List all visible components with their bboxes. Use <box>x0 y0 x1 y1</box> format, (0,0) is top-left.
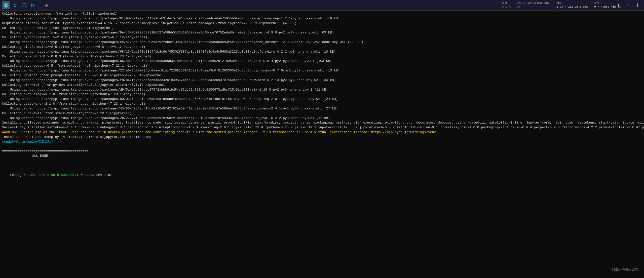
term-line-sep2: ========================================… <box>2 158 642 163</box>
term-line: Using cached https://pypi.tuna.tsinghua.… <box>2 97 642 102</box>
prompt-hash: # <box>81 173 85 177</box>
cpu-stat-block: CPU 0.87% <box>499 1 514 9</box>
download-icon[interactable]: ⬇ <box>623 1 632 10</box>
gpu-label: GPU-1: 50% Nvidia A100 <box>517 2 550 5</box>
terminal[interactable]: Collecting exceptiongroup (from ipython>… <box>0 11 644 278</box>
term-line-conda-success: conda环境: lmdeploy安装成功！ <box>2 140 642 144</box>
term-line: Using cached https://pypi.tuna.tsinghua.… <box>2 88 642 92</box>
topbar-left: 🐍 ↻ ⊘ <box>2 1 51 9</box>
memory-value: 2.20 / 112 GB 1.96% <box>556 5 588 9</box>
term-line: Collecting parso<0.9.0,>=0.8.3 (from jed… <box>2 54 642 59</box>
term-line: Using cached https://pypi.tuna.tsinghua.… <box>2 106 642 111</box>
memory-stat-block: 内存 2.20 / 112 GB 1.96% <box>553 1 591 9</box>
term-line: Collecting six>=1.5 (from python-dateuti… <box>2 83 642 88</box>
csdn-watermark: CSDN @懂你如何 <box>611 267 638 272</box>
term-line: Installing collected packages: wcwidth, … <box>2 121 642 125</box>
prompt-base: (base) <box>10 173 24 177</box>
term-line: Collecting platformdirs>=2.5 (from jupyt… <box>2 45 642 50</box>
term-line-sep1: ========================================… <box>2 149 642 154</box>
cpu-value: 0.87% <box>502 5 511 9</box>
term-line-all-done: ALL DONE ! <box>2 154 642 158</box>
term-line-success-installed: Successfully installed asttokens-2.4.1 c… <box>2 125 642 130</box>
separator <box>40 2 40 8</box>
term-line: Collecting pure-eval (from stack-data->i… <box>2 111 642 116</box>
term-line: Using cached https://pypi.tuna.tsinghua.… <box>2 16 642 21</box>
term-line: Using cached https://pypi.tuna.tsinghua.… <box>2 116 642 121</box>
code-hex-icon[interactable] <box>20 1 28 9</box>
term-line: Requirement already satisfied: typing-ex… <box>2 21 642 26</box>
term-line: Using cached https://pypi.tuna.tsinghua.… <box>2 40 642 45</box>
term-line: Collecting asttokens>=2.1.0 (from stack-… <box>2 102 642 106</box>
term-line-prompt: (base) root@intern-studio-50079077:~# co… <box>2 168 642 182</box>
term-line: Using cached https://pypi.tuna.tsinghua.… <box>2 68 642 73</box>
term-line: Collecting pexpect>=4.3 (from ipython>=7… <box>2 26 642 31</box>
topbar-icons-right: ⬆ ⬇ ℹ <box>614 0 644 11</box>
prompt-path: ~ <box>79 173 81 177</box>
term-blank-2 <box>2 163 642 168</box>
prompt-at: @ <box>31 173 33 177</box>
term-line: Using cached https://pypi.tuna.tsinghua.… <box>2 59 642 64</box>
gpu-stat-block: GPU-1: 50% Nvidia A100 0% <box>514 1 553 9</box>
term-line-warning: WARNING: Running pip as the 'root' user … <box>2 130 642 135</box>
cpu-label: CPU <box>502 2 511 5</box>
gpu-value: 0% <box>517 5 550 9</box>
memory-label: 内存 <box>556 2 588 5</box>
info-icon[interactable]: ℹ <box>633 1 642 10</box>
stats-panel: CPU 0.87% GPU-1: 50% Nvidia A100 0% 内存 2… <box>499 0 624 11</box>
term-line: Using cached https://pypi.tuna.tsinghua.… <box>2 50 642 54</box>
svg-marker-2 <box>22 3 26 7</box>
prompt-command: conda env list <box>85 173 112 177</box>
term-line: Using cached https://pypi.tuna.tsinghua.… <box>2 78 642 83</box>
prompt-user: root <box>24 173 31 177</box>
term-line: Collecting wcwidth (from prompt-toolkit<… <box>2 73 642 78</box>
stop-icon[interactable]: ⊘ <box>43 1 51 9</box>
svg-text:🐍: 🐍 <box>4 3 8 8</box>
term-blank-1 <box>2 144 642 149</box>
term-line: Using cached https://pypi.tuna.tsinghua.… <box>2 30 642 35</box>
topbar: 🐍 ↻ ⊘ CPU 0.87% GPU-1: 50% Nvidia A100 0… <box>0 0 644 11</box>
term-line: Collecting python-dateutil>=2.8.2 (from … <box>2 35 642 40</box>
term-line: Collecting executing>=1.2.0 (from stack-… <box>2 92 642 97</box>
anaconda-icon[interactable]: 🐍 <box>2 1 10 9</box>
refresh-icon[interactable]: ↻ <box>11 1 19 9</box>
term-line: Collecting ptyprocess>=0.5 (from pexpect… <box>2 64 642 68</box>
vscode-icon[interactable] <box>29 1 37 9</box>
upload-icon[interactable]: ⬆ <box>614 1 623 10</box>
term-line-kernelspec: Installed kernelspec lmdeploy in /root/.… <box>2 135 642 140</box>
term-line: Collecting exceptiongroup (from ipython>… <box>2 12 642 16</box>
prompt-host: intern-studio-50079077 <box>33 173 77 177</box>
